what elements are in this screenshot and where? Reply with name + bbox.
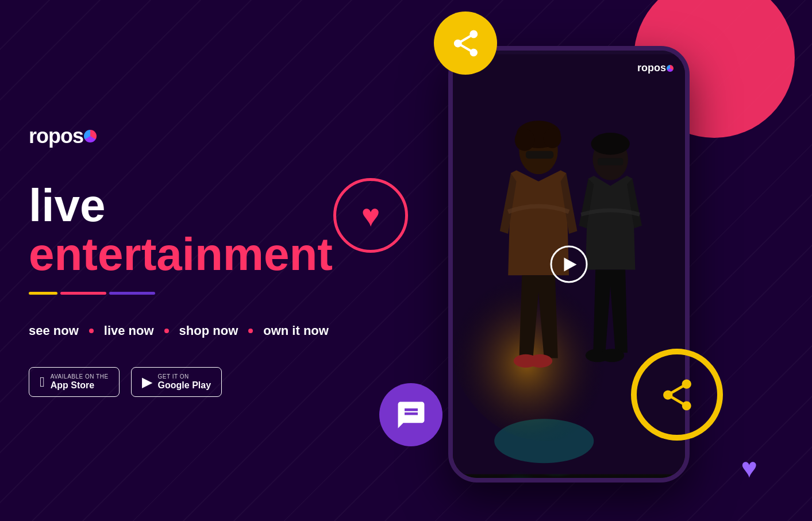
- left-content-area: ropos live entertainment see now live no…: [0, 0, 391, 521]
- phone-logo-text: ropos: [637, 62, 666, 74]
- share-icon-yellow: [434, 11, 497, 75]
- svg-point-6: [544, 128, 561, 148]
- googleplay-main: Google Play: [158, 380, 211, 391]
- svg-rect-10: [598, 158, 623, 165]
- nav-links: see now live now shop now own it now: [29, 323, 356, 338]
- headline-underline: [29, 292, 356, 295]
- headline-entertainment: entertainment: [29, 231, 356, 277]
- underline-yellow: [29, 292, 57, 295]
- share-ring-icon: [631, 349, 723, 441]
- underline-red: [60, 292, 106, 295]
- nav-live-now[interactable]: live now: [104, 323, 154, 338]
- phone-play-button[interactable]: [551, 246, 588, 283]
- purple-heart-deco: ♥: [741, 452, 758, 484]
- googleplay-text: GET IT ON Google Play: [158, 373, 211, 391]
- nav-dot-1: [89, 329, 94, 333]
- nav-shop-now[interactable]: shop now: [179, 323, 238, 338]
- googleplay-sub: GET IT ON: [158, 373, 189, 380]
- appstore-sub: Available on the: [51, 373, 109, 380]
- apple-icon: : [40, 374, 45, 390]
- svg-point-5: [515, 129, 535, 150]
- nav-dot-2: [164, 329, 169, 333]
- nav-see-now[interactable]: see now: [29, 323, 79, 338]
- underline-blue: [109, 292, 155, 295]
- headline-live: live: [29, 183, 356, 229]
- store-buttons:  Available on the App Store ▶ GET IT ON…: [29, 367, 356, 397]
- svg-point-15: [494, 419, 594, 463]
- svg-point-9: [591, 133, 629, 155]
- logo-text-ropos: ropos: [29, 124, 83, 148]
- chat-bubble-icon: [379, 383, 442, 446]
- appstore-main: App Store: [51, 380, 94, 391]
- heart-icon: ♥: [361, 200, 380, 231]
- google-play-icon: ▶: [142, 374, 152, 390]
- logo-o-circle: [84, 130, 97, 142]
- phone-logo: ropos: [637, 62, 674, 74]
- svg-rect-7: [526, 151, 553, 159]
- heart-ring-icon: ♥: [333, 178, 408, 253]
- appstore-text: Available on the App Store: [51, 373, 109, 391]
- svg-point-12: [528, 354, 552, 368]
- svg-point-14: [600, 349, 624, 362]
- nav-dot-3: [248, 329, 253, 333]
- brand-logo: ropos: [29, 124, 97, 148]
- appstore-button[interactable]:  Available on the App Store: [29, 367, 120, 397]
- nav-own-it-now[interactable]: own it now: [263, 323, 329, 338]
- logo-container: ropos: [29, 124, 356, 148]
- googleplay-button[interactable]: ▶ GET IT ON Google Play: [131, 367, 222, 397]
- phone-logo-o: [667, 65, 674, 72]
